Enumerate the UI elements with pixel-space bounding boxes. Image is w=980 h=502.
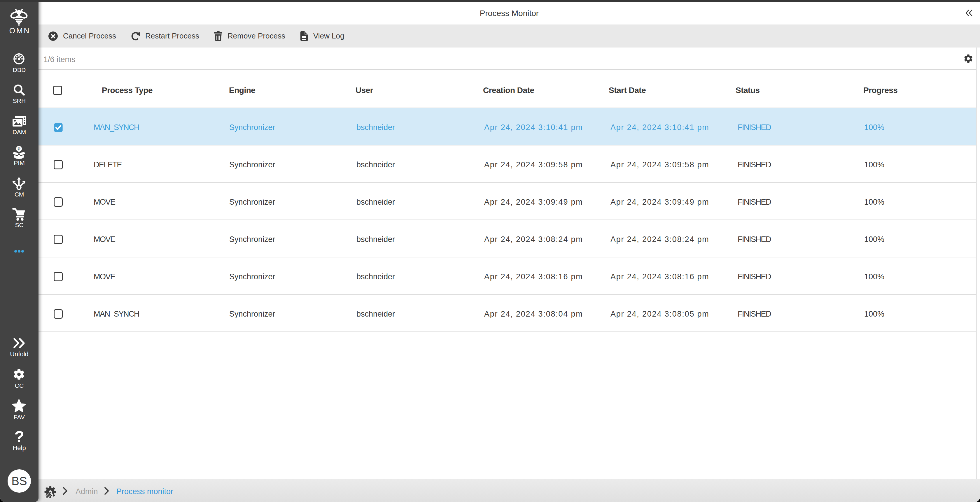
svg-text:P: P bbox=[18, 146, 21, 151]
